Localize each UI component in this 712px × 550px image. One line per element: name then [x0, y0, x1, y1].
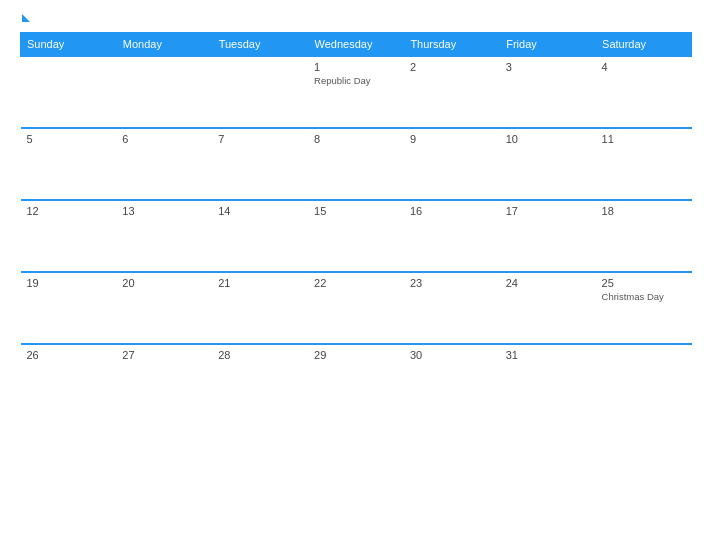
calendar-week-row: 12131415161718 — [21, 200, 692, 272]
calendar-week-row: 567891011 — [21, 128, 692, 200]
day-number: 15 — [314, 205, 398, 217]
day-number: 7 — [218, 133, 302, 145]
calendar-cell: 3 — [500, 56, 596, 128]
day-number: 11 — [602, 133, 686, 145]
calendar-page: SundayMondayTuesdayWednesdayThursdayFrid… — [0, 0, 712, 550]
day-number: 9 — [410, 133, 494, 145]
day-number: 28 — [218, 349, 302, 361]
logo-blue-text — [20, 16, 30, 22]
logo — [20, 16, 30, 22]
calendar-cell: 29 — [308, 344, 404, 416]
calendar-cell: 24 — [500, 272, 596, 344]
calendar-cell: 21 — [212, 272, 308, 344]
weekday-header: Sunday — [21, 33, 117, 57]
calendar-cell — [596, 344, 692, 416]
calendar-week-row: 262728293031 — [21, 344, 692, 416]
day-number: 24 — [506, 277, 590, 289]
calendar-week-row: 19202122232425Christmas Day — [21, 272, 692, 344]
day-number: 5 — [27, 133, 111, 145]
calendar-week-row: 1Republic Day234 — [21, 56, 692, 128]
day-number: 30 — [410, 349, 494, 361]
calendar-cell: 20 — [116, 272, 212, 344]
day-number: 4 — [602, 61, 686, 73]
calendar-cell: 13 — [116, 200, 212, 272]
day-number: 27 — [122, 349, 206, 361]
calendar-body: 1Republic Day234567891011121314151617181… — [21, 56, 692, 416]
calendar-cell: 25Christmas Day — [596, 272, 692, 344]
weekday-header: Friday — [500, 33, 596, 57]
calendar-cell: 23 — [404, 272, 500, 344]
day-number: 17 — [506, 205, 590, 217]
calendar-table: SundayMondayTuesdayWednesdayThursdayFrid… — [20, 32, 692, 416]
day-number: 8 — [314, 133, 398, 145]
weekday-header-row: SundayMondayTuesdayWednesdayThursdayFrid… — [21, 33, 692, 57]
calendar-cell — [116, 56, 212, 128]
calendar-cell: 2 — [404, 56, 500, 128]
day-number: 3 — [506, 61, 590, 73]
day-number: 20 — [122, 277, 206, 289]
day-number: 29 — [314, 349, 398, 361]
day-number: 16 — [410, 205, 494, 217]
calendar-cell: 27 — [116, 344, 212, 416]
day-number: 21 — [218, 277, 302, 289]
calendar-cell — [212, 56, 308, 128]
logo-triangle-icon — [22, 14, 30, 22]
day-number: 18 — [602, 205, 686, 217]
day-number: 14 — [218, 205, 302, 217]
calendar-cell: 10 — [500, 128, 596, 200]
holiday-name: Christmas Day — [602, 291, 686, 302]
day-number: 23 — [410, 277, 494, 289]
calendar-cell — [21, 56, 117, 128]
calendar-cell: 26 — [21, 344, 117, 416]
day-number: 25 — [602, 277, 686, 289]
day-number: 13 — [122, 205, 206, 217]
calendar-cell: 22 — [308, 272, 404, 344]
day-number: 19 — [27, 277, 111, 289]
weekday-header: Thursday — [404, 33, 500, 57]
calendar-cell: 31 — [500, 344, 596, 416]
calendar-cell: 11 — [596, 128, 692, 200]
calendar-cell: 14 — [212, 200, 308, 272]
calendar-cell: 1Republic Day — [308, 56, 404, 128]
calendar-cell: 6 — [116, 128, 212, 200]
weekday-header: Wednesday — [308, 33, 404, 57]
day-number: 22 — [314, 277, 398, 289]
weekday-header: Monday — [116, 33, 212, 57]
calendar-cell: 28 — [212, 344, 308, 416]
calendar-cell: 12 — [21, 200, 117, 272]
calendar-cell: 8 — [308, 128, 404, 200]
calendar-cell: 30 — [404, 344, 500, 416]
weekday-header: Saturday — [596, 33, 692, 57]
calendar-cell: 4 — [596, 56, 692, 128]
calendar-cell: 16 — [404, 200, 500, 272]
calendar-cell: 15 — [308, 200, 404, 272]
calendar-cell: 17 — [500, 200, 596, 272]
day-number: 2 — [410, 61, 494, 73]
day-number: 12 — [27, 205, 111, 217]
day-number: 6 — [122, 133, 206, 145]
holiday-name: Republic Day — [314, 75, 398, 86]
day-number: 1 — [314, 61, 398, 73]
calendar-cell: 9 — [404, 128, 500, 200]
day-number: 31 — [506, 349, 590, 361]
header — [20, 16, 692, 22]
calendar-cell: 7 — [212, 128, 308, 200]
day-number: 26 — [27, 349, 111, 361]
calendar-cell: 18 — [596, 200, 692, 272]
calendar-cell: 19 — [21, 272, 117, 344]
calendar-cell: 5 — [21, 128, 117, 200]
day-number: 10 — [506, 133, 590, 145]
weekday-header: Tuesday — [212, 33, 308, 57]
